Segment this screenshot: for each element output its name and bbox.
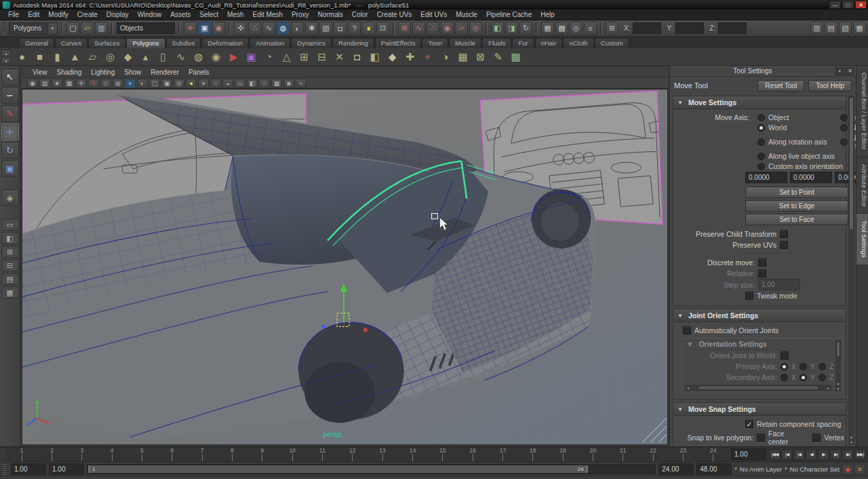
shelf-popup-buttons[interactable]: ▴ ▾	[1, 50, 11, 64]
go-to-start-button[interactable]: |◀◀	[769, 449, 781, 460]
open-render-view-icon[interactable]: ▦	[541, 22, 554, 35]
menu-item[interactable]: File	[4, 10, 23, 19]
grease-pencil-icon[interactable]: ✎	[88, 79, 99, 88]
poly-cylinder-icon[interactable]: ▮	[50, 49, 65, 64]
move-settings-header[interactable]: ▼ Move Settings	[673, 96, 846, 109]
reset-tool-button[interactable]: Reset Tool	[757, 80, 804, 92]
flat-shade-icon[interactable]: ◐	[137, 79, 148, 88]
tab-tool-settings[interactable]: Tool Settings	[856, 214, 868, 265]
mask-handles-icon[interactable]: ✜	[234, 22, 247, 35]
checker-icon[interactable]: ▩	[508, 49, 524, 64]
timeslider-grip[interactable]	[0, 447, 7, 461]
toggle-tool-settings-icon[interactable]: ▧	[839, 22, 852, 35]
shelf-tab-fur[interactable]: Fur	[512, 38, 534, 48]
set-axis-button[interactable]: Set to Point	[745, 187, 848, 198]
last-tool-used-button[interactable]: ◈	[1, 189, 19, 206]
current-time-input[interactable]	[731, 448, 766, 460]
shadows-icon[interactable]: ◒	[222, 79, 233, 88]
layout-hypershade[interactable]: ▦	[1, 286, 19, 299]
radio-along-live-object-axis[interactable]: Along live object axis	[757, 152, 856, 160]
menu-item[interactable]: Select	[195, 10, 222, 19]
chevron-down-icon[interactable]: ▾	[785, 466, 787, 472]
smooth-shade-icon[interactable]: ●	[125, 79, 136, 88]
lighting-none-icon[interactable]: ○	[210, 79, 221, 88]
radio-along-rotation-axis[interactable]: Along rotation axis	[757, 138, 837, 146]
layout-four-pane[interactable]: ⊞	[1, 246, 19, 258]
play-backward-button[interactable]: ◀	[806, 449, 817, 460]
shelf-tab-ncloth[interactable]: nCloth	[563, 38, 593, 48]
vertex-checkbox[interactable]	[812, 434, 821, 442]
mask-misc-icon[interactable]: ◘	[334, 22, 347, 35]
radio-world[interactable]: World	[757, 123, 837, 132]
bookmarks-icon[interactable]: ★	[52, 79, 62, 88]
poly-cone-icon[interactable]: ▲	[67, 49, 83, 64]
mask-surfaces-icon[interactable]: ◍	[277, 22, 290, 35]
image-plane-icon[interactable]: ▦	[64, 79, 75, 88]
bounding-box-icon[interactable]: ▢	[149, 79, 160, 88]
select-hierarchy-mode-icon[interactable]: ✛	[184, 22, 197, 35]
coord-selector-icon[interactable]: ⊞	[606, 22, 618, 35]
toggle-channel-box-icon[interactable]: ▦	[853, 22, 866, 35]
wireframe-icon[interactable]: ◇	[100, 79, 111, 88]
make-object-live-icon[interactable]: ◎	[469, 22, 482, 35]
tweak-mode-checkbox[interactable]	[745, 292, 753, 300]
layout-split-pane[interactable]: ⊟	[1, 259, 19, 271]
tool-help-button[interactable]: Tool Help	[808, 80, 852, 92]
menu-item[interactable]: Edit Mesh	[248, 10, 286, 19]
layout-single-pane[interactable]: ▭	[1, 218, 19, 231]
frame-tick[interactable]: 19	[548, 447, 578, 461]
shelf-tab-animation[interactable]: Animation	[250, 38, 290, 48]
anim-preferences-icon[interactable]: ≡	[854, 464, 865, 474]
paint-select-tool[interactable]: ✎	[1, 105, 19, 122]
animation-start-input[interactable]	[11, 463, 46, 475]
move-tool[interactable]: ✛	[1, 123, 19, 140]
panel-menu-item[interactable]: Show	[120, 69, 145, 76]
anim-layer-selector[interactable]: No Anim Layer	[740, 465, 782, 473]
step-size-input[interactable]	[758, 279, 800, 290]
discrete-move-checkbox[interactable]	[758, 258, 766, 267]
auto-keyframe-icon[interactable]: ◆	[842, 464, 853, 474]
snap-to-grid-icon[interactable]: ⊞	[398, 22, 411, 35]
shelf-menu-up-icon[interactable]: ▴	[1, 50, 11, 56]
menu-item[interactable]: Edit UVs	[416, 10, 451, 19]
set-axis-button[interactable]: Set to Face	[745, 214, 848, 225]
highlight-selection-icon[interactable]: ⊡	[376, 22, 389, 35]
frame-tick[interactable]: 17	[488, 447, 517, 461]
chevron-down-icon[interactable]: ▾	[734, 466, 737, 472]
character-set-selector[interactable]: No Character Set	[790, 465, 840, 473]
close-panel-icon[interactable]: ✕	[846, 67, 854, 75]
separate-icon[interactable]: ⊟	[314, 49, 330, 64]
primary-axis-z-radio[interactable]: Z	[818, 362, 833, 370]
shelf-tab-nhair[interactable]: nHair	[535, 38, 563, 48]
secondary-axis-y-radio[interactable]: Y	[800, 373, 815, 381]
panel-menu-item[interactable]: Panels	[184, 69, 214, 76]
lighting-all-icon[interactable]: ●	[186, 79, 197, 88]
bevel-icon[interactable]: ◆	[384, 49, 400, 64]
poly-pipe-icon[interactable]: ▯	[155, 49, 171, 64]
shelf-tab-custom[interactable]: Custom	[595, 38, 629, 48]
custom-axis-value-input[interactable]	[745, 172, 787, 183]
curve-warp-icon[interactable]: ▶	[226, 49, 241, 64]
frame-tick[interactable]: 18	[518, 447, 548, 461]
exposure-icon[interactable]: ☆	[259, 79, 270, 88]
menu-item[interactable]: Window	[134, 10, 166, 19]
shelf-tab-toon[interactable]: Toon	[422, 38, 448, 48]
multi-cut-icon[interactable]: ✚	[402, 49, 418, 64]
renderer-default-icon[interactable]: ▦	[271, 79, 282, 88]
menu-item[interactable]: Help	[536, 10, 559, 19]
shelf-tab-deformation[interactable]: Deformation	[201, 38, 249, 48]
render-current-frame-icon[interactable]: ▩	[555, 22, 568, 35]
frame-tick[interactable]: 2	[37, 447, 66, 461]
frame-tick[interactable]: 10	[277, 447, 307, 461]
shelf-menu-down-icon[interactable]: ▾	[1, 57, 11, 64]
shelf-tab-painteffects[interactable]: PaintEffects	[375, 38, 422, 48]
frame-tick[interactable]: 13	[368, 447, 397, 461]
poly-torus-icon[interactable]: ◎	[102, 49, 118, 64]
command-line-strip[interactable]	[0, 476, 868, 479]
z-coordinate-input[interactable]	[718, 22, 747, 34]
frame-tick[interactable]: 8	[217, 447, 247, 461]
poly-helix-icon[interactable]: ∿	[173, 49, 189, 64]
go-to-end-button[interactable]: ▶▶|	[854, 449, 866, 460]
retain-component-spacing-checkbox[interactable]: ✓	[745, 420, 753, 428]
panel-menu-item[interactable]: Renderer	[146, 69, 183, 76]
